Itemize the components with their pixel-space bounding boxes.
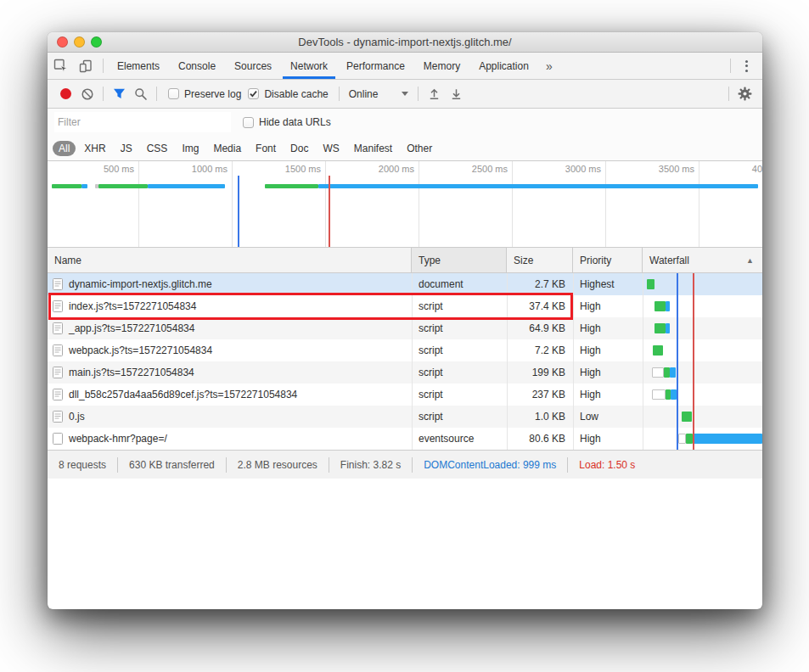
preserve-log-label: Preserve log bbox=[184, 88, 241, 100]
cell-size: 2.7 KB bbox=[507, 278, 573, 290]
column-header-name[interactable]: Name bbox=[48, 248, 412, 272]
script-file-icon bbox=[53, 344, 63, 356]
request-row-webpack-hmr[interactable]: webpack-hmr?page=/eventsource80.6 KBHigh bbox=[48, 428, 762, 450]
timeline-tick-label: 1500 ms bbox=[285, 164, 321, 174]
cell-priority: High bbox=[573, 433, 643, 445]
type-filter-js[interactable]: JS bbox=[115, 141, 138, 156]
throttling-value: Online bbox=[349, 88, 379, 100]
cell-size: 80.6 KB bbox=[507, 433, 573, 445]
type-filter-other[interactable]: Other bbox=[401, 141, 438, 156]
tab-elements[interactable]: Elements bbox=[108, 53, 169, 79]
waterfall-bar-blue bbox=[670, 367, 676, 378]
summary-finish: Finish: 3.82 s bbox=[329, 459, 412, 471]
summary-630-kb-transferred: 630 KB transferred bbox=[118, 459, 226, 471]
clear-network-log-button[interactable] bbox=[76, 83, 98, 105]
waterfall-bar-wait bbox=[678, 434, 686, 444]
disable-cache-checkbox[interactable] bbox=[248, 88, 259, 99]
disable-cache-label: Disable cache bbox=[264, 88, 328, 100]
overview-activity-bar bbox=[52, 184, 81, 188]
divider bbox=[728, 87, 729, 101]
network-settings-gear-icon[interactable] bbox=[733, 83, 756, 105]
request-row--app-js[interactable]: _app.js?ts=1572271054834script64.9 KBHig… bbox=[48, 317, 762, 339]
type-filter-all[interactable]: All bbox=[53, 141, 76, 156]
timeline-gridline bbox=[325, 161, 326, 247]
devtools-menu-icon[interactable] bbox=[735, 53, 757, 79]
tab-console[interactable]: Console bbox=[169, 53, 225, 79]
load-event-line bbox=[693, 273, 694, 450]
request-row-index-js[interactable]: index.js?ts=1572271054834script37.4 KBHi… bbox=[48, 295, 762, 317]
script-file-icon bbox=[53, 322, 63, 334]
hide-data-urls-checkbox[interactable] bbox=[243, 117, 254, 128]
request-row-0-js[interactable]: 0.jsscript1.0 KBLow bbox=[48, 406, 762, 428]
export-har-button[interactable] bbox=[445, 83, 467, 105]
type-filter-xhr[interactable]: XHR bbox=[78, 141, 111, 156]
cell-waterfall bbox=[643, 273, 762, 295]
timeline-gridline bbox=[419, 161, 419, 247]
cell-size: 1.0 KB bbox=[507, 411, 573, 423]
title-bar: DevTools - dynamic-import-nextjs.glitch.… bbox=[48, 32, 762, 53]
tab-memory[interactable]: Memory bbox=[414, 53, 469, 79]
load-event-line bbox=[329, 176, 330, 247]
column-header-waterfall[interactable]: Waterfall▲ bbox=[643, 248, 762, 272]
summary-load: Load: 1.50 s bbox=[568, 459, 646, 471]
search-button[interactable] bbox=[130, 83, 152, 105]
timeline-gridline bbox=[512, 161, 513, 247]
devtools-tab-bar: ElementsConsoleSourcesNetworkPerformance… bbox=[48, 53, 762, 80]
import-har-button[interactable] bbox=[423, 83, 445, 105]
network-table-body: dynamic-import-nextjs.glitch.medocument2… bbox=[48, 273, 762, 450]
type-filter-media[interactable]: Media bbox=[207, 141, 247, 156]
cell-size: 7.2 KB bbox=[507, 344, 573, 356]
type-filter-css[interactable]: CSS bbox=[141, 141, 174, 156]
inspect-element-icon[interactable] bbox=[48, 53, 73, 79]
timeline-tick-label: 3500 ms bbox=[659, 164, 694, 174]
overview-activity-bar bbox=[81, 184, 87, 188]
overview-activity-bar bbox=[98, 184, 148, 188]
script-file-icon bbox=[53, 367, 63, 378]
tab-network[interactable]: Network bbox=[281, 53, 337, 79]
network-overview-timeline[interactable]: 500 ms1000 ms1500 ms2000 ms2500 ms3000 m… bbox=[48, 161, 762, 248]
timeline-gridline bbox=[605, 161, 606, 247]
cell-name: _app.js?ts=1572271054834 bbox=[48, 322, 412, 334]
cell-type: script bbox=[412, 322, 507, 334]
request-row-main-js[interactable]: main.js?ts=1572271054834script199 KBHigh bbox=[48, 361, 762, 384]
more-tabs-chevron-icon[interactable]: » bbox=[538, 53, 560, 79]
tab-application[interactable]: Application bbox=[469, 53, 538, 79]
filter-toggle-button[interactable] bbox=[108, 83, 130, 105]
request-name: webpack.js?ts=1572271054834 bbox=[69, 344, 212, 356]
summary-8-requests: 8 requests bbox=[48, 459, 117, 471]
column-header-size[interactable]: Size bbox=[507, 248, 573, 272]
request-row-dll-b58c257da4aa56d89cef-js[interactable]: dll_b58c257da4aa56d89cef.js?ts=157227105… bbox=[48, 384, 762, 406]
timeline-tick-label: 1000 ms bbox=[192, 164, 228, 174]
summary-domcontentloaded: DOMContentLoaded: 999 ms bbox=[413, 459, 567, 471]
overview-activity-bar bbox=[148, 184, 225, 188]
request-row-dynamic-import-nextjs-glitch-me[interactable]: dynamic-import-nextjs.glitch.medocument2… bbox=[48, 273, 762, 295]
zoom-window-button[interactable] bbox=[91, 36, 102, 48]
device-toolbar-icon[interactable] bbox=[73, 53, 98, 79]
type-filter-img[interactable]: Img bbox=[176, 141, 205, 156]
filter-input[interactable] bbox=[54, 112, 231, 132]
preserve-log-checkbox[interactable] bbox=[168, 88, 179, 99]
close-window-button[interactable] bbox=[57, 36, 68, 48]
timeline-tick-label: 3000 ms bbox=[565, 164, 601, 174]
type-filter-font[interactable]: Font bbox=[250, 141, 282, 156]
type-filter-doc[interactable]: Doc bbox=[284, 141, 314, 156]
filter-row: Hide data URLs bbox=[48, 109, 762, 136]
waterfall-bar-blue bbox=[666, 323, 670, 333]
cell-waterfall bbox=[643, 406, 762, 428]
traffic-lights bbox=[57, 36, 102, 48]
column-header-type[interactable]: Type bbox=[412, 248, 507, 272]
type-filter-ws[interactable]: WS bbox=[317, 141, 345, 156]
record-network-log-button[interactable] bbox=[54, 83, 76, 105]
column-header-label: Type bbox=[419, 255, 441, 266]
minimize-window-button[interactable] bbox=[74, 36, 85, 48]
throttling-dropdown[interactable]: Online bbox=[344, 88, 414, 100]
cell-waterfall bbox=[643, 317, 762, 339]
tab-performance[interactable]: Performance bbox=[337, 53, 414, 79]
type-filter-manifest[interactable]: Manifest bbox=[348, 141, 398, 156]
request-row-webpack-js[interactable]: webpack.js?ts=1572271054834script7.2 KBH… bbox=[48, 339, 762, 361]
tab-sources[interactable]: Sources bbox=[225, 53, 281, 79]
timeline-tick-label: 500 ms bbox=[104, 164, 134, 174]
divider bbox=[103, 87, 104, 101]
request-name: index.js?ts=1572271054834 bbox=[69, 300, 196, 312]
column-header-priority[interactable]: Priority bbox=[573, 248, 643, 272]
